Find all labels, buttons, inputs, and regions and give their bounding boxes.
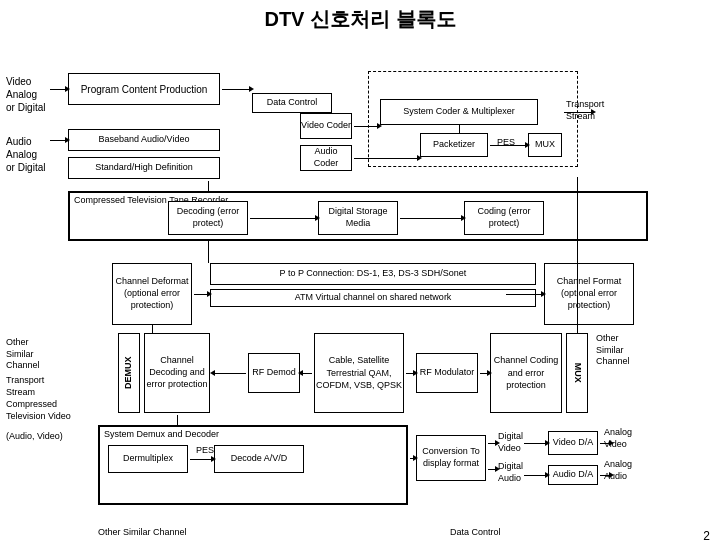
analog-video-label: AnalogVideo [604,427,632,450]
line-tape-to-ch [208,241,209,263]
line-ch-down [152,325,153,333]
video-da-box: Video D/A [548,431,598,455]
video-coder-box: Video Coder [300,113,352,139]
arrow-coding-to-chformat [506,294,542,295]
arrow-program-to-data [222,89,250,90]
program-content-box: Program Content Production [68,73,220,105]
arrow-conv-to-da [488,469,496,470]
channel-deformat-box: Channel Deformat (optional error protect… [112,263,192,325]
arrow-dermux-to-decode [190,459,212,460]
arrow-storage-to-coding [400,218,462,219]
line-mux-down-right [577,177,578,333]
rf-modulator-box: RF Modulator [416,353,478,393]
arrow-cable-to-rfmod [406,373,414,374]
arrow-ac-to-packetizer [354,158,418,159]
rf-demod-box: RF Demod [248,353,300,393]
digital-storage-box: Digital Storage Media [318,201,398,235]
p2p-box: P to P Connection: DS-1, E3, DS-3 SDH/So… [210,263,536,285]
line-chformat-down [577,325,578,333]
audio-video-label: (Audio, Video) [6,431,63,443]
cable-satellite-box: Cable, Satellite Terrestrial QAM, COFDM,… [314,333,404,413]
arrow-sysdemux-to-conv [410,458,414,459]
digital-video-label: DigitalVideo [498,431,523,454]
page-number: 2 [703,529,710,540]
other-similar-right1: OtherSimilarChannel [596,333,630,368]
audio-da-box: Audio D/A [548,465,598,485]
arrow-mux-right [564,112,592,113]
arrow-decoding-to-storage [250,218,316,219]
arrow-video-to-program [50,89,66,90]
audio-analog-label: AudioAnalogor Digital [6,135,45,174]
arrow-packetizer-to-mux [490,145,526,146]
arrow-vc-to-sc [354,126,378,127]
arrow-conv-to-dv [488,443,496,444]
analog-audio-label: AnalogAudio [604,459,632,482]
line-decoding-up [208,181,209,191]
arrow-rfdemod-to-ch [214,373,246,374]
line-chdec-to-sysdemux [177,415,178,425]
audio-coder-box: Audio Coder [300,145,352,171]
mux-right-box: MUX [566,333,588,413]
page-title: DTV 신호처리 블록도 [0,0,720,37]
arrow-rfmod-to-cc [480,373,488,374]
video-analog-label: VideoAnalogor Digital [6,75,45,114]
data-control-top-box: Data Control [252,93,332,113]
arrow-audio-to-baseband [50,140,66,141]
other-similar-outer-box [368,71,578,167]
decode-avd-box: Decode A/V/D [214,445,304,473]
compressed-tv-label: CompressedTelevision Video [6,399,71,422]
decoding-ep-box: Decoding (error protect) [168,201,248,235]
standard-def-box: Standard/High Definition [68,157,220,179]
channel-format-box: Channel Format (optional error protectio… [544,263,634,325]
arrow-ada-to-aa [600,475,610,476]
arrow-vda-to-av [600,443,610,444]
dermultiplex-box: Dermultiplex [108,445,188,473]
arrow-dv-to-vda [524,443,546,444]
demux-box: DEMUX [118,333,140,413]
channel-decoding-box: Channel Decoding and error protection [144,333,210,413]
channel-coding-box: Channel Coding and error protection [490,333,562,413]
arrow-cable-to-rfdemod [302,373,312,374]
conversion-box: Conversion To display format [416,435,486,481]
baseband-box: Baseband Audio/Video [68,129,220,151]
other-similar-bottom: Other Similar Channel [98,527,187,539]
transport-stream-left: TransportStream [6,375,44,398]
other-similar-left: OtherSimilarChannel [6,337,40,372]
arrow-da-to-ada [524,475,546,476]
coding-ep-box: Coding (error protect) [464,201,544,235]
pes2-label: PES [196,445,214,457]
digital-audio-label: DigitalAudio [498,461,523,484]
atm-box: ATM Virtual channel on shared network [210,289,536,307]
arrow-ch-deformat-right [194,294,208,295]
line-sc-down [459,125,460,133]
data-control-bottom: Data Control [450,527,501,539]
